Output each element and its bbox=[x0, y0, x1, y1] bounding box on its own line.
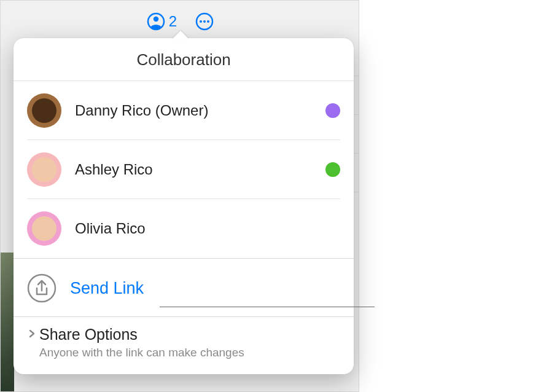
presence-dot bbox=[325, 103, 340, 118]
collaboration-popover: Collaboration Danny Rico (Owner) Ashley … bbox=[14, 38, 354, 374]
participant-name: Ashley Rico bbox=[75, 161, 325, 178]
document-edge bbox=[1, 253, 14, 391]
participants-list: Danny Rico (Owner) Ashley Rico Olivia Ri… bbox=[14, 81, 354, 258]
collaboration-button[interactable]: 2 bbox=[147, 12, 177, 31]
toolbar: 2 bbox=[1, 10, 359, 33]
share-icon bbox=[27, 273, 56, 303]
share-options-title: Share Options bbox=[39, 326, 138, 343]
share-options-button[interactable]: Share Options Anyone with the link can m… bbox=[14, 317, 354, 374]
participant-row[interactable]: Ashley Rico bbox=[27, 140, 340, 199]
avatar bbox=[27, 211, 61, 246]
svg-point-1 bbox=[154, 17, 158, 22]
person-badge-icon bbox=[147, 12, 165, 31]
ellipsis-circle-icon bbox=[195, 12, 214, 31]
avatar bbox=[27, 152, 61, 187]
popover-title: Collaboration bbox=[14, 38, 354, 81]
svg-point-3 bbox=[200, 20, 202, 23]
presence-dot bbox=[325, 162, 340, 177]
send-link-label: Send Link bbox=[70, 279, 144, 298]
participant-name: Olivia Rico bbox=[75, 220, 340, 237]
share-options-subtitle: Anyone with the link can make changes bbox=[39, 346, 340, 359]
collab-count: 2 bbox=[169, 13, 177, 30]
more-button[interactable] bbox=[195, 12, 214, 31]
svg-point-4 bbox=[203, 20, 206, 23]
callout-line bbox=[160, 307, 375, 307]
send-link-button[interactable]: Send Link bbox=[14, 259, 354, 316]
chevron-right-icon bbox=[27, 329, 37, 341]
participant-row[interactable]: Olivia Rico bbox=[27, 199, 340, 258]
avatar bbox=[27, 93, 61, 128]
participant-row[interactable]: Danny Rico (Owner) bbox=[27, 81, 340, 140]
participant-name: Danny Rico (Owner) bbox=[75, 102, 325, 119]
svg-point-5 bbox=[207, 20, 209, 23]
